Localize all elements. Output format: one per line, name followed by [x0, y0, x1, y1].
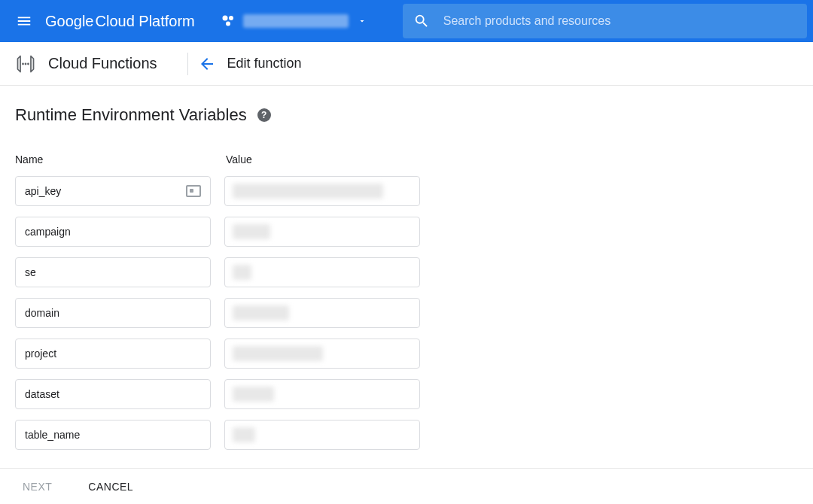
env-var-name-input[interactable]	[25, 388, 201, 400]
table-row	[15, 257, 798, 287]
cloud-functions-icon	[8, 46, 44, 82]
env-var-value-field[interactable]	[224, 420, 420, 450]
redacted-value	[233, 387, 274, 402]
search-icon	[413, 13, 430, 29]
svg-point-3	[22, 62, 24, 65]
redacted-value	[233, 265, 251, 280]
env-var-name-field[interactable]	[15, 379, 211, 409]
back-button[interactable]	[188, 55, 226, 73]
svg-point-1	[229, 16, 233, 20]
env-var-name-input[interactable]	[25, 348, 201, 360]
chevron-down-icon	[358, 17, 367, 26]
app-header: Google Cloud Platform	[0, 0, 813, 42]
table-header: Name Value	[15, 153, 798, 172]
content-area: Runtime Environment Variables ? Name Val…	[0, 86, 813, 450]
env-var-name-input[interactable]	[25, 266, 201, 278]
env-var-name-field[interactable]	[15, 217, 211, 247]
env-var-value-field[interactable]	[224, 257, 420, 287]
env-var-name-field[interactable]	[15, 298, 211, 328]
nav-menu-button[interactable]	[6, 3, 42, 39]
table-row	[15, 217, 798, 247]
footer-actions: NEXT CANCEL	[0, 468, 813, 504]
svg-point-2	[226, 22, 230, 26]
logo-text-strong: Google	[45, 13, 94, 30]
redacted-value	[233, 224, 270, 239]
env-var-value-field[interactable]	[224, 176, 420, 206]
env-var-name-input[interactable]	[25, 185, 186, 197]
project-name-redacted	[243, 14, 349, 28]
svg-point-4	[25, 62, 27, 65]
table-rows	[15, 176, 798, 450]
env-var-name-input[interactable]	[25, 307, 201, 319]
project-picker[interactable]	[213, 8, 373, 34]
redacted-value	[233, 346, 323, 361]
redacted-value	[233, 305, 289, 320]
redacted-value	[233, 184, 383, 199]
env-var-name-field[interactable]	[15, 339, 211, 369]
page-title: Edit function	[227, 56, 302, 71]
env-var-value-field[interactable]	[224, 217, 420, 247]
env-var-value-field[interactable]	[224, 339, 420, 369]
cancel-button[interactable]: CANCEL	[81, 475, 141, 499]
svg-point-0	[222, 16, 227, 21]
table-row	[15, 420, 798, 450]
table-row	[15, 379, 798, 409]
product-logo[interactable]: Google Cloud Platform	[45, 13, 195, 30]
env-var-name-field[interactable]	[15, 257, 211, 287]
search-box[interactable]	[403, 4, 807, 38]
svg-point-5	[27, 62, 29, 65]
env-var-name-field[interactable]	[15, 420, 211, 450]
column-header-value: Value	[226, 153, 422, 172]
env-var-name-field[interactable]	[15, 176, 211, 206]
hamburger-icon	[16, 13, 32, 29]
section-header: Runtime Environment Variables ?	[15, 105, 798, 125]
logo-text-rest: Cloud Platform	[96, 13, 195, 30]
env-var-value-field[interactable]	[224, 379, 420, 409]
env-var-value-field[interactable]	[224, 298, 420, 328]
help-icon[interactable]: ?	[257, 108, 271, 122]
credential-card-icon	[186, 185, 201, 197]
search-input[interactable]	[443, 14, 796, 28]
redacted-value	[233, 427, 255, 442]
table-row	[15, 298, 798, 328]
column-header-name: Name	[15, 153, 226, 172]
page-subheader: Cloud Functions Edit function	[0, 42, 813, 86]
project-icon	[221, 14, 236, 29]
env-vars-table: Name Value	[15, 153, 798, 450]
next-button[interactable]: NEXT	[15, 475, 59, 499]
section-title: Runtime Environment Variables	[15, 105, 247, 125]
service-title: Cloud Functions	[48, 55, 187, 72]
env-var-name-input[interactable]	[25, 429, 201, 441]
table-row	[15, 339, 798, 369]
env-var-name-input[interactable]	[25, 226, 201, 238]
arrow-back-icon	[198, 55, 216, 73]
table-row	[15, 176, 798, 206]
